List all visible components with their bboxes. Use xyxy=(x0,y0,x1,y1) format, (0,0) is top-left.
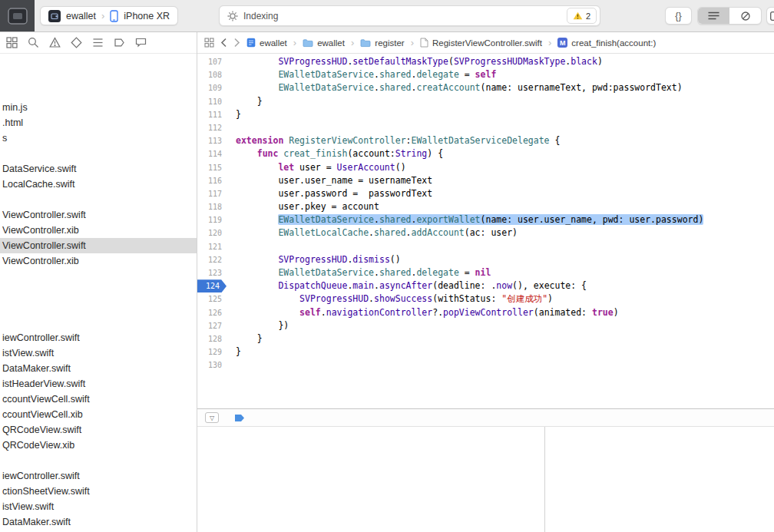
code-line-text[interactable]: EWalletLocalCache.shared.addAccount(ac: … xyxy=(236,226,518,240)
device-name[interactable]: iPhone XR xyxy=(124,11,170,21)
forward-button[interactable] xyxy=(233,38,240,48)
code-line-text[interactable]: self.navigationController?.popViewContro… xyxy=(236,306,619,319)
filter-disclosure-icon[interactable]: ▽ xyxy=(205,412,219,423)
code-line[interactable]: 124 DispatchQueue.main.asyncAfter(deadli… xyxy=(197,279,774,292)
code-line[interactable]: 107 SVProgressHUD.setDefaultMaskType(SVP… xyxy=(197,55,774,68)
code-line[interactable]: 114 func creat_finish(account:String) { xyxy=(197,147,774,160)
code-line[interactable]: 120 EWalletLocalCache.shared.addAccount(… xyxy=(197,226,774,240)
scheme-selector[interactable]: ewallet › iPhone XR xyxy=(40,6,178,25)
breakpoint-toggle-icon[interactable] xyxy=(234,414,245,422)
sidebar-file-item[interactable]: ViewController.swift xyxy=(0,207,197,223)
code-line-text[interactable]: SVProgressHUD.dismiss() xyxy=(236,253,401,266)
code-line-text[interactable]: EWalletDataService.shared.delegate = nil xyxy=(236,266,491,279)
report-navigator-icon[interactable] xyxy=(135,37,147,48)
sidebar-file-item[interactable]: QRCodeView.swift xyxy=(0,422,197,438)
code-line-text[interactable]: extension RegisterViewController:EWallet… xyxy=(236,134,560,147)
sidebar-file-item[interactable]: .html xyxy=(0,115,197,131)
code-line[interactable]: 116 user.user_name = usernameText xyxy=(197,174,774,187)
issue-navigator-icon[interactable] xyxy=(49,37,61,48)
code-line[interactable]: 111} xyxy=(197,108,774,121)
breadcrumb-item-file[interactable]: RegisterViewController.swift xyxy=(420,38,542,48)
line-number-gutter[interactable]: 115 xyxy=(197,161,227,174)
line-number-gutter[interactable]: 126 xyxy=(197,306,227,319)
line-number-gutter[interactable]: 113 xyxy=(197,134,227,147)
search-navigator-icon[interactable] xyxy=(28,37,39,48)
line-number-gutter[interactable]: 108 xyxy=(197,68,227,81)
code-line-text[interactable]: } xyxy=(236,345,241,359)
related-items-icon[interactable] xyxy=(204,38,214,48)
code-line-text[interactable]: SVProgressHUD.setDefaultMaskType(SVProgr… xyxy=(236,55,603,68)
code-line-text[interactable]: user.user_name = usernameText xyxy=(236,174,432,187)
line-number-gutter[interactable]: 125 xyxy=(197,292,227,306)
code-line[interactable]: 130 xyxy=(197,359,774,372)
code-line[interactable]: 127 }) xyxy=(197,319,774,332)
code-line[interactable]: 129} xyxy=(197,345,774,359)
sidebar-file-item[interactable]: DataService.swift xyxy=(0,161,197,177)
line-number-gutter[interactable]: 117 xyxy=(197,187,227,200)
code-line-text[interactable]: let user = UserAccount() xyxy=(236,161,406,174)
code-line[interactable]: 113extension RegisterViewController:EWal… xyxy=(197,134,774,147)
line-number-gutter[interactable]: 121 xyxy=(197,240,227,253)
line-number-gutter[interactable]: 107 xyxy=(197,55,227,68)
line-number-gutter[interactable]: 130 xyxy=(197,359,227,372)
sidebar-file-item[interactable]: iewController.swift xyxy=(0,468,197,484)
sidebar-file-item[interactable]: iewController.swift xyxy=(0,330,197,345)
breadcrumb-item-group[interactable]: ewallet xyxy=(303,38,345,48)
code-line[interactable]: 112 xyxy=(197,121,774,134)
line-number-gutter[interactable]: 127 xyxy=(197,319,227,332)
code-line-text[interactable]: EWalletDataService.shared.exportWallet(n… xyxy=(236,213,703,226)
code-line-text[interactable]: SVProgressHUD.showSuccess(withStatus: "创… xyxy=(236,292,553,306)
code-line[interactable]: 115 let user = UserAccount() xyxy=(197,161,774,174)
line-number-gutter[interactable]: 129 xyxy=(197,345,227,359)
test-navigator-icon[interactable] xyxy=(71,37,82,48)
code-line[interactable]: 117 user.password = passwordText xyxy=(197,187,774,200)
sidebar-file-item[interactable]: ViewController.swift xyxy=(0,238,197,253)
sidebar-file-item[interactable]: ViewController.xib xyxy=(0,223,197,238)
sidebar-file-item[interactable]: DataMaker.swift xyxy=(0,514,197,530)
breakpoint-marker[interactable]: 124 xyxy=(197,279,227,292)
breadcrumb-item-project[interactable]: ewallet xyxy=(246,38,287,48)
code-line[interactable]: 122 SVProgressHUD.dismiss() xyxy=(197,253,774,266)
code-line-text[interactable]: } xyxy=(236,332,263,345)
code-line[interactable]: 128 } xyxy=(197,332,774,345)
sidebar-file-item[interactable]: istView.swift xyxy=(0,345,197,361)
line-number-gutter[interactable]: 128 xyxy=(197,332,227,345)
code-line[interactable]: 108 EWalletDataService.shared.delegate =… xyxy=(197,68,774,81)
sidebar-file-item[interactable]: s xyxy=(0,131,197,146)
code-line-text[interactable]: } xyxy=(236,108,241,121)
code-line-text[interactable]: user.pkey = account xyxy=(236,200,379,213)
sidebar-file-item[interactable]: min.js xyxy=(0,100,197,115)
line-number-gutter[interactable]: 123 xyxy=(197,266,227,279)
code-line-text[interactable]: user.password = passwordText xyxy=(236,187,432,200)
back-button[interactable] xyxy=(220,38,227,48)
sidebar-file-item[interactable]: QRCodeView.xib xyxy=(0,438,197,453)
code-line[interactable]: 110 } xyxy=(197,95,774,108)
warning-badge[interactable]: 2 xyxy=(567,8,597,24)
code-line-text[interactable]: EWalletDataService.shared.delegate = sel… xyxy=(236,68,496,81)
editor-circle-button[interactable] xyxy=(729,8,761,24)
line-number-gutter[interactable]: 118 xyxy=(197,200,227,213)
code-line[interactable]: 123 EWalletDataService.shared.delegate =… xyxy=(197,266,774,279)
code-line-text[interactable]: EWalletDataService.shared.creatAccount(n… xyxy=(236,81,683,94)
code-line[interactable]: 125 SVProgressHUD.showSuccess(withStatus… xyxy=(197,292,774,306)
sidebar-file-item[interactable]: LocalCache.swift xyxy=(0,177,197,192)
line-number-gutter[interactable]: 110 xyxy=(197,95,227,108)
breakpoint-navigator-icon[interactable] xyxy=(114,37,125,48)
sidebar-file-item[interactable]: istHeaderView.swift xyxy=(0,376,197,392)
code-line-text[interactable]: }) xyxy=(236,319,289,332)
code-structure-button[interactable]: {} xyxy=(665,7,692,25)
line-number-gutter[interactable]: 112 xyxy=(197,121,227,134)
breadcrumb-item-method[interactable]: M creat_finish(account:) xyxy=(557,38,656,48)
line-number-gutter[interactable]: 109 xyxy=(197,81,227,94)
line-number-gutter[interactable]: 122 xyxy=(197,253,227,266)
editor-lines-button[interactable] xyxy=(698,8,729,24)
sidebar-file-item[interactable]: DataMaker.swift xyxy=(0,361,197,376)
activity-view[interactable]: Indexing 2 xyxy=(219,5,600,26)
debug-navigator-icon[interactable] xyxy=(92,37,104,48)
sidebar-file-item[interactable]: ccountViewCell.swift xyxy=(0,392,197,407)
sidebar-file-item[interactable]: ccountViewCell.xib xyxy=(0,407,197,422)
line-number-gutter[interactable]: 119 xyxy=(197,213,227,226)
code-line-text[interactable]: func creat_finish(account:String) { xyxy=(236,147,443,160)
code-line[interactable]: 118 user.pkey = account xyxy=(197,200,774,213)
line-number-gutter[interactable]: 114 xyxy=(197,147,227,160)
